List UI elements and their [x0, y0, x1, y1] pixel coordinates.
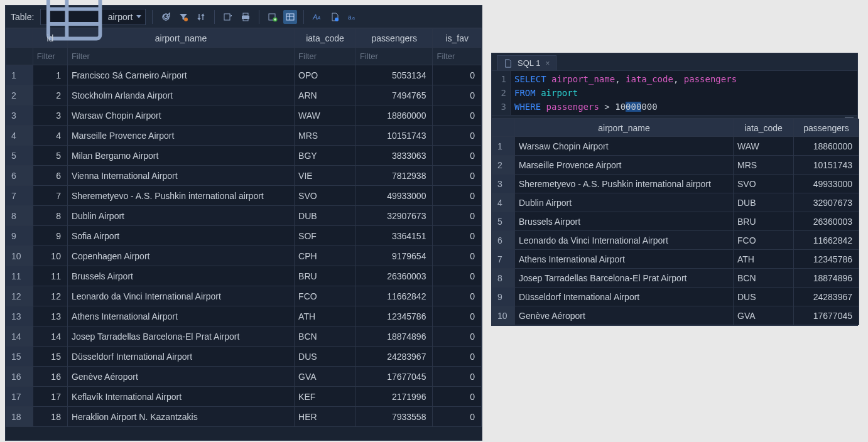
- page-settings-icon[interactable]: [328, 10, 342, 24]
- cell-passengers[interactable]: 26360003: [356, 266, 433, 286]
- cell-id[interactable]: 4: [33, 126, 67, 146]
- table-row[interactable]: 1616Genève AéroportGVA176770450: [6, 367, 482, 387]
- cell-airport-name[interactable]: Josep Tarradellas Barcelona-El Prat Airp…: [515, 269, 734, 288]
- cell-iata[interactable]: FCO: [295, 286, 356, 306]
- cell-id[interactable]: 5: [33, 146, 67, 166]
- cell-id[interactable]: 6: [33, 166, 67, 186]
- cell-passengers[interactable]: 3833063: [356, 146, 433, 166]
- cell-airport-name[interactable]: Athens International Airport: [515, 250, 734, 269]
- cell-iata[interactable]: BRU: [734, 212, 794, 231]
- table-row[interactable]: 55Milan Bergamo AirportBGY38330630: [6, 146, 482, 166]
- col-header-passengers[interactable]: passengers: [794, 119, 859, 137]
- table-row[interactable]: 1313Athens International AirportATH12345…: [6, 306, 482, 326]
- cell-is-fav[interactable]: 0: [433, 126, 482, 146]
- cell-is-fav[interactable]: 0: [433, 286, 482, 306]
- col-header-airport-name[interactable]: airport_name: [515, 119, 734, 137]
- filter-icon[interactable]: [176, 10, 190, 24]
- row-number[interactable]: 1: [492, 137, 515, 156]
- cell-is-fav[interactable]: 0: [433, 105, 482, 126]
- cell-iata[interactable]: DUB: [734, 193, 794, 212]
- cell-is-fav[interactable]: 0: [433, 306, 482, 326]
- cell-airport-name[interactable]: Heraklion Airport N. Kazantzakis: [67, 407, 294, 427]
- row-number[interactable]: 6: [492, 231, 515, 250]
- row-number[interactable]: 5: [6, 146, 33, 166]
- row-number[interactable]: 15: [6, 347, 33, 367]
- row-number[interactable]: 5: [492, 212, 515, 231]
- row-number[interactable]: 2: [492, 156, 515, 175]
- cell-id[interactable]: 10: [33, 246, 67, 266]
- cell-id[interactable]: 2: [33, 85, 67, 105]
- cell-iata[interactable]: OPO: [295, 65, 356, 85]
- cell-iata[interactable]: SVO: [295, 186, 356, 206]
- cell-passengers[interactable]: 18860000: [356, 105, 433, 126]
- cell-id[interactable]: 17: [33, 387, 67, 407]
- row-number[interactable]: 16: [6, 367, 33, 387]
- cell-airport-name[interactable]: Vienna International Airport: [67, 166, 294, 186]
- table-row[interactable]: 66Vienna International AirportVIE7812938…: [6, 166, 482, 186]
- cell-iata[interactable]: ATH: [734, 250, 794, 269]
- cell-is-fav[interactable]: 0: [433, 326, 482, 347]
- row-number[interactable]: 10: [6, 246, 33, 266]
- cell-airport-name[interactable]: Stockholm Arlanda Airport: [67, 85, 294, 105]
- filter-fav[interactable]: Filter: [433, 48, 482, 65]
- table-row[interactable]: 1Warsaw Chopin AirportWAW18860000: [492, 137, 859, 156]
- cell-id[interactable]: 1: [33, 65, 67, 85]
- cell-is-fav[interactable]: 0: [433, 226, 482, 246]
- cell-passengers[interactable]: 10151743: [356, 126, 433, 146]
- cell-iata[interactable]: DUB: [295, 206, 356, 226]
- table-row[interactable]: 3Sheremetyevo - A.S. Pushkin internation…: [492, 175, 859, 193]
- cell-airport-name[interactable]: Dublin Airport: [67, 206, 294, 226]
- table-row[interactable]: 1818Heraklion Airport N. KazantzakisHER7…: [6, 407, 482, 427]
- row-number[interactable]: 9: [6, 226, 33, 246]
- row-number[interactable]: 4: [6, 126, 33, 146]
- row-number[interactable]: 11: [6, 266, 33, 286]
- cell-iata[interactable]: SVO: [734, 175, 794, 193]
- cell-is-fav[interactable]: 0: [433, 206, 482, 226]
- cell-iata[interactable]: VIE: [295, 166, 356, 186]
- row-number[interactable]: 14: [6, 326, 33, 347]
- cell-is-fav[interactable]: 0: [433, 266, 482, 286]
- close-icon[interactable]: ×: [545, 59, 550, 68]
- cell-iata[interactable]: DUS: [734, 288, 794, 306]
- splitter[interactable]: [492, 115, 857, 119]
- cell-airport-name[interactable]: Leonardo da Vinci International Airport: [67, 286, 294, 306]
- cell-id[interactable]: 7: [33, 186, 67, 206]
- col-header-is-fav[interactable]: is_fav: [433, 29, 482, 48]
- table-row[interactable]: 9Düsseldorf International AirportDUS2428…: [492, 288, 859, 306]
- cell-passengers[interactable]: 18874896: [356, 326, 433, 347]
- cell-id[interactable]: 14: [33, 326, 67, 347]
- cell-iata[interactable]: BGY: [295, 146, 356, 166]
- cell-is-fav[interactable]: 0: [433, 387, 482, 407]
- cell-is-fav[interactable]: 0: [433, 85, 482, 105]
- table-row[interactable]: 1212Leonardo da Vinci International Airp…: [6, 286, 482, 306]
- case-icon[interactable]: aa: [345, 10, 359, 24]
- table-row[interactable]: 1414Josep Tarradellas Barcelona-El Prat …: [6, 326, 482, 347]
- cell-is-fav[interactable]: 0: [433, 367, 482, 387]
- cell-id[interactable]: 9: [33, 226, 67, 246]
- cell-passengers[interactable]: 3364151: [356, 226, 433, 246]
- table-row[interactable]: 33Warsaw Chopin AirportWAW188600000: [6, 105, 482, 126]
- row-number[interactable]: 4: [492, 193, 515, 212]
- add-row-icon[interactable]: [266, 10, 279, 24]
- cell-iata[interactable]: ARN: [295, 85, 356, 105]
- col-header-iata-code[interactable]: iata_code: [295, 29, 356, 48]
- cell-is-fav[interactable]: 0: [433, 186, 482, 206]
- cell-id[interactable]: 15: [33, 347, 67, 367]
- cell-is-fav[interactable]: 0: [433, 246, 482, 266]
- table-row[interactable]: 11Francisco Sá Carneiro AirportOPO505313…: [6, 65, 482, 85]
- cell-iata[interactable]: FCO: [734, 231, 794, 250]
- sql-editor[interactable]: 123 SELECT airport_name, iata_code, pass…: [492, 71, 857, 115]
- table-row[interactable]: 4Dublin AirportDUB32907673: [492, 193, 859, 212]
- table-row[interactable]: 7Athens International AirportATH12345786: [492, 250, 859, 269]
- cell-passengers[interactable]: 24283967: [356, 347, 433, 367]
- cell-airport-name[interactable]: Keflavík International Airport: [67, 387, 294, 407]
- filter-id[interactable]: Filter: [33, 48, 67, 65]
- cell-passengers[interactable]: 11662842: [794, 231, 859, 250]
- filter-pax[interactable]: Filter: [356, 48, 433, 65]
- cell-id[interactable]: 12: [33, 286, 67, 306]
- table-row[interactable]: 1717Keflavík International AirportKEF217…: [6, 387, 482, 407]
- cell-iata[interactable]: GVA: [734, 306, 794, 325]
- cell-airport-name[interactable]: Copenhagen Airport: [67, 246, 294, 266]
- cell-airport-name[interactable]: Milan Bergamo Airport: [67, 146, 294, 166]
- cell-iata[interactable]: WAW: [734, 137, 794, 156]
